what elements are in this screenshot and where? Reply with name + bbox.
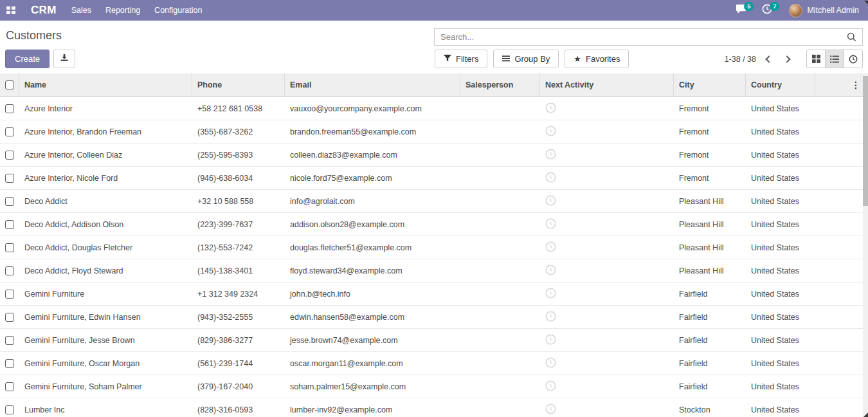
next-activity-clock-icon[interactable] xyxy=(545,218,556,231)
row-checkbox[interactable] xyxy=(5,336,14,345)
apps-grid-icon xyxy=(6,6,15,14)
vertical-scrollbar[interactable] xyxy=(863,73,868,417)
table-row[interactable]: Gemini Furniture, Jesse Brown (829)-386-… xyxy=(0,329,868,352)
next-activity-clock-icon[interactable] xyxy=(545,403,556,416)
cell-salesperson xyxy=(460,144,540,166)
next-activity-clock-icon[interactable] xyxy=(545,357,556,370)
row-checkbox[interactable] xyxy=(5,151,14,160)
column-header-city[interactable]: City xyxy=(674,73,746,97)
table-row[interactable]: Deco Addict, Floyd Steward (145)-138-340… xyxy=(0,259,868,283)
favorites-button[interactable]: ★ Favorites xyxy=(565,50,629,68)
list-view-button[interactable] xyxy=(825,50,844,68)
next-activity-clock-icon[interactable] xyxy=(545,102,556,115)
table-row[interactable]: Gemini Furniture, Edwin Hansen (943)-352… xyxy=(0,306,868,329)
cell-salesperson xyxy=(460,283,540,305)
cell-city: Pleasant Hill xyxy=(674,259,746,282)
kanban-view-button[interactable] xyxy=(806,50,826,68)
filters-button[interactable]: Filters xyxy=(435,50,487,68)
cell-city: Fremont xyxy=(674,120,746,143)
row-checkbox[interactable] xyxy=(5,266,14,275)
table-row[interactable]: Azure Interior +58 212 681 0538 vauxoo@y… xyxy=(0,97,868,120)
cell-email: info@agrolait.com xyxy=(285,190,460,212)
row-checkbox[interactable] xyxy=(5,405,14,414)
next-activity-clock-icon[interactable] xyxy=(545,311,556,324)
row-checkbox[interactable] xyxy=(5,290,14,299)
row-checkbox[interactable] xyxy=(5,174,14,183)
cell-phone: (828)-316-0593 xyxy=(192,398,285,417)
pager-previous-button[interactable] xyxy=(765,55,772,62)
column-header-country[interactable]: Country xyxy=(746,73,815,97)
table-row[interactable]: Lumber Inc (828)-316-0593 lumber-inv92@e… xyxy=(0,398,868,417)
next-activity-clock-icon[interactable] xyxy=(545,334,556,347)
cell-phone: (561)-239-1744 xyxy=(192,352,285,375)
activities-button[interactable]: 7 xyxy=(754,0,780,21)
view-switcher xyxy=(806,50,863,68)
table-row[interactable]: Deco Addict, Douglas Fletcher (132)-553-… xyxy=(0,236,868,259)
cell-country: United States xyxy=(746,213,815,236)
activity-view-button[interactable] xyxy=(844,50,863,68)
row-checkbox[interactable] xyxy=(5,104,14,113)
next-activity-clock-icon[interactable] xyxy=(545,195,556,208)
row-checkbox[interactable] xyxy=(5,197,14,206)
cell-country: United States xyxy=(746,329,815,351)
messages-button[interactable]: 5 xyxy=(728,0,754,21)
next-activity-clock-icon[interactable] xyxy=(545,241,556,254)
next-activity-clock-icon[interactable] xyxy=(545,172,556,185)
next-activity-clock-icon[interactable] xyxy=(545,125,556,138)
column-header-email[interactable]: Email xyxy=(285,73,460,97)
table-row[interactable]: Deco Addict +32 10 588 558 info@agrolait… xyxy=(0,190,868,213)
app-brand[interactable]: CRM xyxy=(31,4,57,17)
cell-email: soham.palmer15@example.com xyxy=(285,375,460,398)
menu-sales[interactable]: Sales xyxy=(64,0,98,21)
column-header-next-activity[interactable]: Next Activity xyxy=(540,73,674,97)
create-button[interactable]: Create xyxy=(5,50,50,68)
cell-salesperson xyxy=(460,120,540,143)
cell-email: john.b@tech.info xyxy=(285,283,460,305)
filter-funnel-icon xyxy=(444,54,451,64)
optional-columns-toggle-icon[interactable]: ⋮ xyxy=(851,80,860,89)
user-menu[interactable]: Mitchell Admin xyxy=(780,4,862,17)
row-checkbox[interactable] xyxy=(5,359,14,368)
next-activity-clock-icon[interactable] xyxy=(545,264,556,277)
menu-configuration[interactable]: Configuration xyxy=(147,0,209,21)
cell-email: douglas.fletcher51@example.com xyxy=(285,236,460,259)
scrollbar-thumb[interactable] xyxy=(863,76,868,206)
cell-name: Lumber Inc xyxy=(19,398,192,417)
table-row[interactable]: Gemini Furniture +1 312 349 2324 john.b@… xyxy=(0,283,868,306)
row-checkbox[interactable] xyxy=(5,127,14,136)
cell-email: nicole.ford75@example.com xyxy=(285,167,460,189)
group-by-button[interactable]: Group By xyxy=(493,50,559,68)
search-icon[interactable] xyxy=(841,32,862,42)
row-checkbox[interactable] xyxy=(5,220,14,229)
table-row[interactable]: Azure Interior, Nicole Ford (946)-638-60… xyxy=(0,167,868,190)
table-row[interactable]: Azure Interior, Colleen Diaz (255)-595-8… xyxy=(0,144,868,167)
cell-country: United States xyxy=(746,283,815,305)
row-checkbox[interactable] xyxy=(5,313,14,322)
pager-next-button[interactable] xyxy=(783,55,790,62)
column-header-name[interactable]: Name xyxy=(19,73,192,97)
row-checkbox[interactable] xyxy=(5,382,14,391)
table-row[interactable]: Azure Interior, Brandon Freeman (355)-68… xyxy=(0,120,868,144)
menu-reporting[interactable]: Reporting xyxy=(98,0,147,21)
cell-country: United States xyxy=(746,120,815,143)
search-input[interactable] xyxy=(435,32,841,42)
next-activity-clock-icon[interactable] xyxy=(545,149,556,162)
table-row[interactable]: Gemini Furniture, Soham Palmer (379)-167… xyxy=(0,375,868,398)
apps-menu-button[interactable] xyxy=(6,0,22,21)
group-by-label: Group By xyxy=(514,54,550,64)
cell-email: edwin.hansen58@example.com xyxy=(285,306,460,328)
cell-city: Fairfield xyxy=(674,283,746,305)
next-activity-clock-icon[interactable] xyxy=(545,288,556,301)
user-avatar xyxy=(789,4,802,17)
export-button[interactable] xyxy=(53,50,75,68)
cell-salesperson xyxy=(460,167,540,189)
column-header-phone[interactable]: Phone xyxy=(192,73,285,97)
cell-name: Deco Addict xyxy=(19,190,192,212)
select-all-checkbox[interactable] xyxy=(5,80,14,89)
customers-list-view: Name Phone Email Salesperson Next Activi… xyxy=(0,73,868,417)
column-header-salesperson[interactable]: Salesperson xyxy=(460,73,540,97)
table-row[interactable]: Gemini Furniture, Oscar Morgan (561)-239… xyxy=(0,352,868,375)
table-row[interactable]: Deco Addict, Addison Olson (223)-399-763… xyxy=(0,213,868,236)
row-checkbox[interactable] xyxy=(5,243,14,252)
next-activity-clock-icon[interactable] xyxy=(545,380,556,393)
